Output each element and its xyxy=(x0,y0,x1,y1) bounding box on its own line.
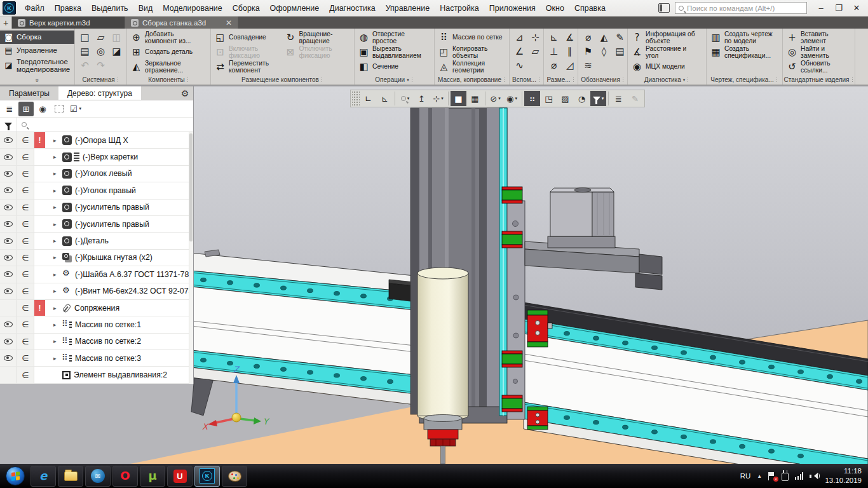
expand-arrow[interactable]: ▸ xyxy=(53,338,59,344)
expand-arrow[interactable]: ▸ xyxy=(53,322,59,328)
dim-parallel-button[interactable]: ∥ xyxy=(562,44,578,58)
expand-arrow[interactable]: ▸ xyxy=(53,204,59,210)
new-tab-button[interactable]: + xyxy=(0,17,12,29)
visibility-cell[interactable] xyxy=(0,182,17,198)
menu-item[interactable]: Справка xyxy=(569,0,611,17)
explode-view-button[interactable]: ⠶ xyxy=(524,91,540,106)
expand-arrow[interactable]: ▸ xyxy=(53,238,59,244)
tree-item[interactable]: ∈▸(-)Уголок левый xyxy=(0,166,193,182)
taskbar-paint[interactable] xyxy=(222,466,247,487)
tree-item[interactable]: ∈▸Массив по сетке:3 xyxy=(0,350,193,367)
find-replace-button[interactable]: ◎Найти изаменить xyxy=(785,45,853,60)
visibility-cell[interactable] xyxy=(0,266,17,282)
relations-view-button[interactable]: ◉ xyxy=(35,102,50,116)
taskbar-internet-explorer[interactable]: e xyxy=(31,466,56,487)
minimize-button[interactable]: – xyxy=(812,1,830,15)
power-icon[interactable] xyxy=(782,473,789,481)
tree-toggle-button[interactable]: ≣ xyxy=(611,91,627,106)
visibility-cell[interactable] xyxy=(0,350,17,366)
taskbar-thunderbird[interactable]: ✉ xyxy=(85,466,111,487)
filter-funnel-button[interactable] xyxy=(0,118,17,132)
close-tab-icon[interactable]: ✕ xyxy=(226,18,232,27)
menu-item[interactable]: Диагностика xyxy=(324,0,380,17)
visibility-cell[interactable] xyxy=(0,283,17,299)
dim-angular-button[interactable]: ∡ xyxy=(562,30,578,44)
display-mode-button[interactable]: ◉▾ xyxy=(504,91,520,106)
tree-item[interactable]: ∈▸Массив по сетке:2 xyxy=(0,334,193,350)
tree-view-list-button[interactable]: ≣ xyxy=(2,102,17,116)
menu-item[interactable]: Файл xyxy=(20,0,50,17)
tree-item[interactable]: ∈▸(-)Деталь xyxy=(0,233,193,249)
tree-item[interactable]: ∈▸(-)Уголок правый xyxy=(0,182,193,199)
rotation-rotation-button[interactable]: ↻Вращение-вращение xyxy=(283,30,353,45)
search-input[interactable] xyxy=(687,4,803,12)
aux-plane-2-button[interactable]: ∠ xyxy=(512,44,527,58)
drag-handle-icon[interactable] xyxy=(352,91,360,106)
filter-objects-button[interactable]: ▾ xyxy=(590,91,606,106)
ribbon-collapse-button[interactable]: » xyxy=(0,77,74,84)
mass-properties-button[interactable]: ◉МЦХ модели xyxy=(630,60,704,74)
taskbar-kompas-3d[interactable]: K xyxy=(194,466,220,487)
expand-arrow[interactable]: ▸ xyxy=(53,137,59,144)
tree-scrollbar[interactable] xyxy=(189,132,193,384)
save-as-button[interactable]: ◪ xyxy=(109,44,125,58)
menu-item[interactable]: Моделирование xyxy=(158,0,227,17)
grid-array-button[interactable]: ⠿Массив по сетке xyxy=(437,30,507,45)
note-leader-button[interactable]: ◭ xyxy=(596,30,612,44)
clip-box-button[interactable]: ◳ xyxy=(541,91,557,106)
document-tab[interactable]: Верх каретки.m3d xyxy=(12,17,125,29)
appearance-button[interactable]: ◔ xyxy=(574,91,590,106)
visibility-cell[interactable] xyxy=(0,132,17,148)
area-select-button[interactable] xyxy=(51,102,67,116)
create-specification-button[interactable]: ▦Создатьспецификаци... xyxy=(709,45,780,60)
cut-extrude-button[interactable]: ▣Вырезатьвыдавливанием xyxy=(356,45,432,60)
restore-button[interactable]: ❐ xyxy=(830,1,848,15)
zoom-button[interactable]: ▾ xyxy=(397,91,413,106)
insert-element-button[interactable]: +Вставитьэлемент xyxy=(785,30,853,45)
ribbon-nav-item[interactable]: ◙Сборка xyxy=(0,30,74,44)
note-mark-button[interactable]: ◊ xyxy=(596,44,612,58)
menu-item[interactable]: Вид xyxy=(133,0,158,17)
network-icon[interactable] xyxy=(795,472,803,480)
note-base-button[interactable]: ▤ xyxy=(612,44,628,58)
orientation-button[interactable]: ↥ xyxy=(414,91,430,106)
note-wave-button[interactable]: ≋ xyxy=(580,58,596,72)
mirror-reflection-button[interactable]: ◭Зеркальноеотражение... xyxy=(129,60,208,74)
menu-item[interactable]: Сборка xyxy=(227,0,265,17)
tree-item[interactable]: ∈!▸Сопряжения xyxy=(0,300,193,316)
visibility-cell[interactable] xyxy=(0,166,17,182)
note-flag-button[interactable]: ⚑ xyxy=(580,44,596,58)
preview-button[interactable]: ◎ xyxy=(93,44,109,58)
dropdown-arrow-icon[interactable]: ▾ xyxy=(602,96,604,101)
tree-item[interactable]: ∈▸(-)Шайба А.6.37 ГОСТ 11371-78 (х xyxy=(0,266,193,283)
section-display-button[interactable]: ▨ xyxy=(557,91,573,106)
close-button[interactable]: ✕ xyxy=(848,1,865,15)
menu-item[interactable]: Правка xyxy=(50,0,86,17)
tab-parameters[interactable]: Параметры xyxy=(0,86,58,100)
group-dropdown-icon[interactable]: ▾ xyxy=(683,78,686,83)
section-button[interactable]: ◧Сечение xyxy=(356,60,432,74)
distance-angle-button[interactable]: ∡Расстояние иугол xyxy=(630,45,704,60)
expand-arrow[interactable]: ▸ xyxy=(53,154,59,160)
gear-icon[interactable]: ⚙ xyxy=(177,86,193,100)
language-indicator[interactable]: RU xyxy=(740,472,751,480)
visibility-cell[interactable] xyxy=(0,233,17,248)
tree-view-structure-button[interactable]: ⊞ xyxy=(18,102,34,116)
dropdown-arrow-icon[interactable]: ▾ xyxy=(407,96,410,101)
tree-item[interactable]: ∈!▸(-)Опора ШД X xyxy=(0,132,193,149)
tree-search-field[interactable] xyxy=(17,122,193,127)
volume-icon[interactable] xyxy=(810,472,818,480)
note-text-button[interactable]: ✎ xyxy=(612,30,628,44)
update-links-button[interactable]: ↺Обновитьссылки... xyxy=(785,60,853,74)
visibility-cell[interactable] xyxy=(0,300,17,316)
menu-item[interactable]: Управление xyxy=(381,0,435,17)
dropdown-arrow-icon[interactable]: ▾ xyxy=(515,96,517,101)
dim-diameter-button[interactable]: ⌀ xyxy=(546,58,562,72)
hidden-icons-arrow[interactable]: ▲ xyxy=(757,473,762,479)
tree-item[interactable]: ∈▸(-)усилитель правый xyxy=(0,216,193,233)
tree-item[interactable]: ∈▸(-)Крышка гнутая (х2) xyxy=(0,250,193,266)
menu-item[interactable]: Приложения xyxy=(484,0,541,17)
visibility-cell[interactable] xyxy=(0,334,17,349)
menu-item[interactable]: Окно xyxy=(541,0,569,17)
geometry-collection-button[interactable]: ◬Коллекциягеометрии xyxy=(437,60,507,74)
